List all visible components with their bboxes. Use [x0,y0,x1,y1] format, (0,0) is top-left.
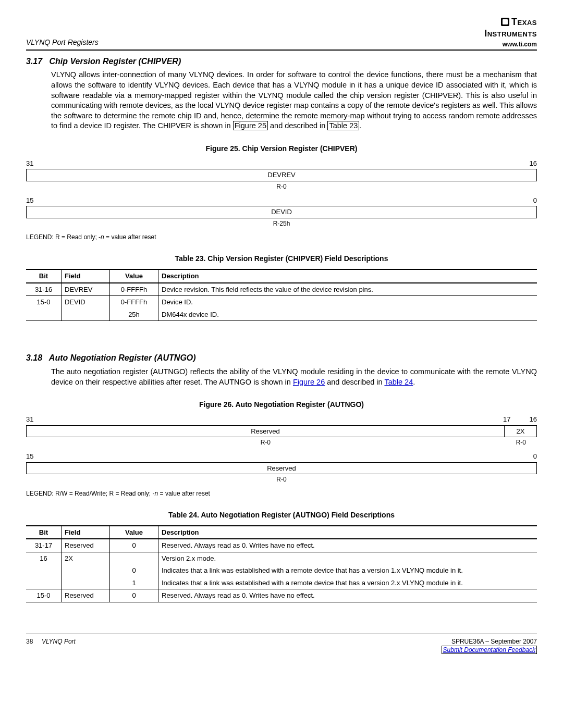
table-24-caption: Table 24. Auto Negotiation Register (AUT… [26,510,537,520]
table-row: 31-17 Reserved 0 Reserved. Always read a… [26,539,537,552]
field-2x: 2X [504,425,537,438]
page-header: VLYNQ Port Registers Texas Instruments w… [26,16,537,48]
table-row: 25h DM644x device ID. [26,309,537,321]
table-row: 1 Indicates that a link was established … [26,577,537,589]
link-figure-26[interactable]: Figure 26 [293,378,325,386]
link-table-24[interactable]: Table 24 [384,378,413,386]
footer-doc-title: VLYNQ Port [42,638,76,645]
page-footer: 38 VLYNQ Port SPRUE36A – September 2007 … [26,634,537,654]
field-devid: DEVID [26,206,537,218]
field-devrev: DEVREV [26,169,537,181]
brand-url: www.ti.com [484,40,537,48]
table-24: Bit Field Value Description 31-17 Reserv… [26,525,537,602]
field-reserved-hi: Reserved [26,425,504,438]
section-318-body: The auto negotiation register (AUTNGO) r… [51,367,537,387]
figure-25: 3116 DEVREV R-0 150 DEVID R-25h [26,159,537,228]
table-row: 15-0 DEVID 0-FFFFh Device ID. [26,296,537,309]
figure-26: 31 17 16 Reserved 2X R-0 R-0 150 Reserve… [26,415,537,484]
section-317-head: Chip Version Register (CHIPVER) [49,57,181,66]
section-318-num: 3.18 [26,352,47,364]
figure-25-legend: LEGEND: R = Read only; -n = value after … [26,233,537,241]
link-figure-25[interactable]: Figure 25 [233,121,268,130]
brand-bottom: Instruments [484,27,537,40]
table-row: 31-16 DEVREV 0-FFFFh Device revision. Th… [26,283,537,296]
table-23-caption: Table 23. Chip Version Register (CHIPVER… [26,254,537,264]
section-317-body: VLYNQ allows inter-connection of many VL… [51,70,537,131]
table-row: 16 2X Version 2.x mode. [26,552,537,564]
ti-logo: Texas Instruments www.ti.com [484,16,537,48]
table-row: 0 Indicates that a link was established … [26,564,537,577]
field-reserved-lo: Reserved [26,462,537,475]
section-318-head: Auto Negotiation Register (AUTNGO) [49,353,196,362]
feedback-link[interactable]: Submit Documentation Feedback [442,646,537,654]
link-table-23[interactable]: Table 23 [327,121,359,130]
chip-icon [501,18,509,26]
figure-26-legend: LEGEND: R/W = Read/Write; R = Read only;… [26,489,537,498]
header-rule [26,50,537,51]
figure-26-caption: Figure 26. Auto Negotiation Register (AU… [26,400,537,410]
brand-top: Texas [511,17,537,27]
table-row: 15-0 Reserved 0 Reserved. Always read as… [26,589,537,602]
page-number: 38 [26,638,33,645]
table-row: Bit Field Value Description [26,526,537,539]
table-23: Bit Field Value Description 31-16 DEVREV… [26,269,537,321]
section-317-num: 3.17 [26,56,47,67]
figure-25-caption: Figure 25. Chip Version Register (CHIPVE… [26,144,537,154]
doc-number: SPRUE36A – September 2007 [442,637,537,646]
table-row: Bit Field Value Description [26,269,537,283]
header-title: VLYNQ Port Registers [26,38,99,47]
section-318-title: 3.18 Auto Negotiation Register (AUTNGO) [26,352,537,364]
section-317-title: 3.17 Chip Version Register (CHIPVER) [26,56,537,67]
